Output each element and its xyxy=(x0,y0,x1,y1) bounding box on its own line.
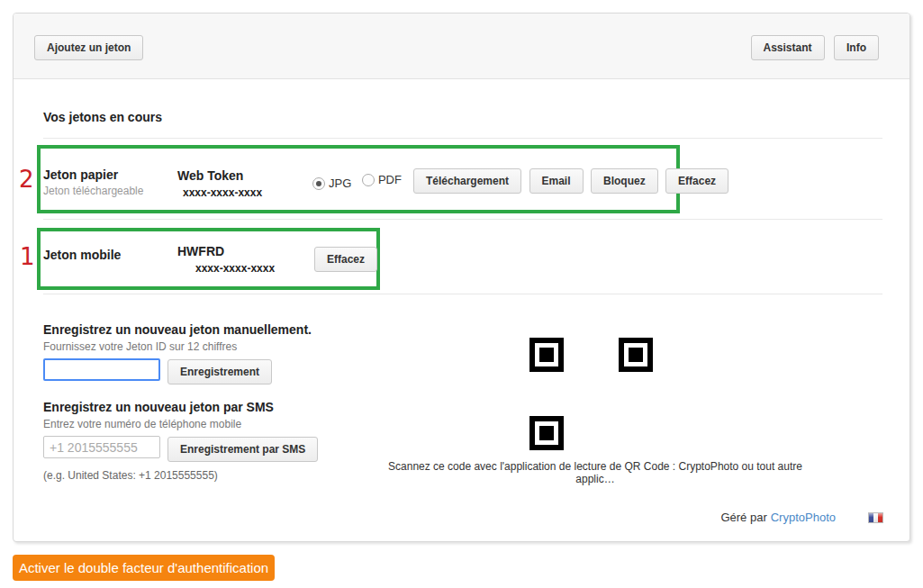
download-button[interactable]: Téléchargement xyxy=(413,168,521,194)
annotation-number-2: 2 xyxy=(19,167,34,191)
phone-number-input[interactable] xyxy=(43,436,160,458)
radio-jpg-circle[interactable] xyxy=(312,177,325,190)
managed-by-text: Géré par xyxy=(720,511,766,524)
mobile-token-title: Jeton mobile xyxy=(43,248,121,262)
block-button[interactable]: Bloquez xyxy=(591,168,658,194)
erase-paper-button[interactable]: Effacez xyxy=(665,168,728,194)
mobile-token-type: Jeton mobile xyxy=(43,248,121,262)
assistant-button[interactable]: Assistant xyxy=(751,35,825,60)
qr-code-icon xyxy=(529,338,564,372)
french-flag-icon[interactable] xyxy=(868,512,883,523)
sms-section-subtitle: Entrez votre numéro de téléphone mobile xyxy=(43,418,241,430)
register-sms-button[interactable]: Enregistrement par SMS xyxy=(167,437,318,462)
mobile-token-code: xxxx-xxxx-xxxx xyxy=(195,262,275,275)
radio-pdf-label: PDF xyxy=(378,173,402,186)
info-button[interactable]: Info xyxy=(834,35,879,60)
divider xyxy=(43,294,882,294)
token-management-panel: Ajoutez un jeton Assistant Info Vos jeto… xyxy=(13,13,910,542)
paper-token-format-radios: JPG PDF xyxy=(312,173,409,190)
paper-token-actions: Téléchargement Email Bloquez Effacez xyxy=(413,168,732,194)
radio-pdf[interactable]: PDF xyxy=(362,173,402,186)
tokens-section-title: Vos jetons en cours xyxy=(43,110,162,124)
manual-section-subtitle: Fournissez votre Jeton ID sur 12 chiffre… xyxy=(43,340,237,353)
mobile-token-identity: HWFRD xxxx-xxxx-xxxx xyxy=(177,244,275,275)
token-id-input[interactable] xyxy=(43,358,160,381)
paper-token-title: Jeton papier xyxy=(43,167,143,182)
cryptophoto-link[interactable]: CryptoPhoto xyxy=(771,511,836,524)
qr-caption: Scannez ce code avec l'application de le… xyxy=(379,460,811,485)
radio-jpg-label: JPG xyxy=(329,176,351,190)
radio-jpg[interactable]: JPG xyxy=(312,176,351,190)
panel-header: Ajoutez un jeton Assistant Info xyxy=(14,14,909,79)
paper-token-name: Web Token xyxy=(177,168,262,183)
paper-token-code: xxxx-xxxx-xxxx xyxy=(183,186,262,199)
header-actions: Assistant Info xyxy=(746,35,879,60)
paper-token-subtitle: Jeton téléchargeable xyxy=(43,185,143,197)
footer: Géré par CryptoPhoto xyxy=(720,511,883,524)
register-button[interactable]: Enregistrement xyxy=(167,359,272,384)
divider xyxy=(43,138,882,139)
divider xyxy=(43,219,882,220)
paper-token-type: Jeton papier Jeton téléchargeable xyxy=(43,167,143,197)
paper-token-identity: Web Token xxxx-xxxx-xxxx xyxy=(177,168,262,199)
sms-section-title: Enregistrez un nouveau jeton par SMS xyxy=(43,400,274,414)
manual-section-title: Enregistrez un nouveau jeton manuellemen… xyxy=(43,322,312,337)
activate-2fa-button[interactable]: Activer le double facteur d'authentifica… xyxy=(13,555,275,581)
email-button[interactable]: Email xyxy=(529,168,584,194)
radio-pdf-circle[interactable] xyxy=(362,174,375,186)
qr-code-icon xyxy=(529,416,564,450)
mobile-token-name: HWFRD xyxy=(177,244,275,258)
erase-mobile-button[interactable]: Effacez xyxy=(314,247,377,272)
qr-code-icon xyxy=(619,338,653,372)
annotation-number-1: 1 xyxy=(20,245,35,268)
phone-example-note: (e.g. United States: +1 2015555555) xyxy=(43,469,218,482)
add-token-button[interactable]: Ajoutez un jeton xyxy=(34,35,143,60)
mobile-token-actions: Effacez xyxy=(314,247,381,272)
